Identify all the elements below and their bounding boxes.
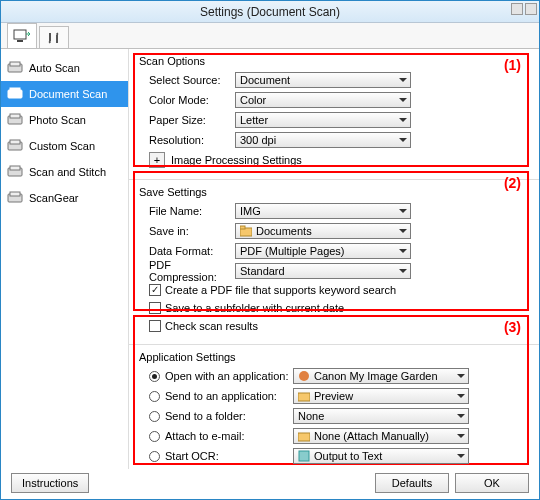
svg-rect-15 xyxy=(240,226,245,229)
attach-email-radio[interactable] xyxy=(149,431,160,442)
tab-scan-from-computer[interactable] xyxy=(7,23,37,48)
select-source-dropdown[interactable]: Document xyxy=(235,72,411,88)
sidebar-label: Photo Scan xyxy=(29,114,86,126)
open-with-app-radio[interactable] xyxy=(149,371,160,382)
keyword-search-checkbox[interactable] xyxy=(149,284,161,296)
svg-point-16 xyxy=(299,371,309,381)
folder-icon xyxy=(298,430,310,442)
sidebar-label: Scan and Stitch xyxy=(29,166,106,178)
application-settings-section: Application Settings Open with an applic… xyxy=(129,344,539,469)
app-icon xyxy=(298,450,310,462)
defaults-button[interactable]: Defaults xyxy=(375,473,449,493)
svg-rect-7 xyxy=(10,114,20,118)
radio-label: Open with an application: xyxy=(165,370,293,382)
pdf-compression-dropdown[interactable]: Standard xyxy=(235,263,411,279)
attach-email-dropdown[interactable]: None (Attach Manually) xyxy=(293,428,469,444)
sidebar-label: Auto Scan xyxy=(29,62,80,74)
tab-tools[interactable] xyxy=(39,26,69,48)
sidebar-item-auto-scan[interactable]: Auto Scan xyxy=(1,55,128,81)
svg-rect-18 xyxy=(298,433,310,441)
expand-image-processing-button[interactable]: + xyxy=(149,152,165,168)
data-format-label: Data Format: xyxy=(139,245,235,257)
select-source-label: Select Source: xyxy=(139,74,235,86)
folder-icon xyxy=(298,390,310,402)
save-settings-section: Save Settings File Name: IMG Save in: Do… xyxy=(129,179,539,344)
data-format-dropdown[interactable]: PDF (Multiple Pages) xyxy=(235,243,411,259)
checkbox-label: Check scan results xyxy=(165,320,258,332)
app-icon xyxy=(298,370,310,382)
sidebar-label: Document Scan xyxy=(29,88,107,100)
pdf-compression-label: PDF Compression: xyxy=(139,259,235,283)
scanner-document-icon xyxy=(7,87,23,101)
ok-button[interactable]: OK xyxy=(455,473,529,493)
svg-rect-5 xyxy=(10,88,20,92)
start-ocr-radio[interactable] xyxy=(149,451,160,462)
instructions-button[interactable]: Instructions xyxy=(11,473,89,493)
resolution-label: Resolution: xyxy=(139,134,235,146)
minimize-button[interactable] xyxy=(511,3,523,15)
radio-label: Start OCR: xyxy=(165,450,293,462)
image-processing-label: Image Processing Settings xyxy=(171,154,302,166)
send-to-app-radio[interactable] xyxy=(149,391,160,402)
radio-label: Send to a folder: xyxy=(165,410,293,422)
checkbox-label: Create a PDF file that supports keyword … xyxy=(165,284,396,296)
sidebar-item-document-scan[interactable]: Document Scan xyxy=(1,81,128,107)
file-name-label: File Name: xyxy=(139,205,235,217)
sidebar-item-photo-scan[interactable]: Photo Scan xyxy=(1,107,128,133)
sidebar-item-scangear[interactable]: ScanGear xyxy=(1,185,128,211)
color-mode-dropdown[interactable]: Color xyxy=(235,92,411,108)
svg-rect-19 xyxy=(299,451,309,461)
radio-label: Send to an application: xyxy=(165,390,293,402)
monitor-arrow-icon xyxy=(13,29,31,43)
scanner-auto-icon xyxy=(7,61,23,75)
footer: Instructions Defaults OK xyxy=(1,473,539,493)
color-mode-label: Color Mode: xyxy=(139,94,235,106)
svg-rect-0 xyxy=(14,30,26,39)
paper-size-dropdown[interactable]: Letter xyxy=(235,112,411,128)
svg-rect-13 xyxy=(10,192,20,196)
subfolder-date-checkbox[interactable] xyxy=(149,302,161,314)
svg-rect-9 xyxy=(10,140,20,144)
send-to-folder-dropdown[interactable]: None xyxy=(293,408,469,424)
checkbox-label: Save to a subfolder with current date xyxy=(165,302,344,314)
svg-rect-11 xyxy=(10,166,20,170)
scan-options-section: Scan Options Select Source: Document Col… xyxy=(129,49,539,179)
scanner-custom-icon xyxy=(7,139,23,153)
paper-size-label: Paper Size: xyxy=(139,114,235,126)
scanner-photo-icon xyxy=(7,113,23,127)
save-in-label: Save in: xyxy=(139,225,235,237)
send-to-app-dropdown[interactable]: Preview xyxy=(293,388,469,404)
svg-rect-3 xyxy=(10,62,20,66)
file-name-combo[interactable]: IMG xyxy=(235,203,411,219)
sidebar: Auto Scan Document Scan Photo Scan Custo… xyxy=(1,49,129,469)
radio-label: Attach to e-mail: xyxy=(165,430,293,442)
settings-dialog: Settings (Document Scan) Auto Scan Docum… xyxy=(0,0,540,500)
section-title: Save Settings xyxy=(139,186,529,198)
svg-rect-17 xyxy=(298,393,310,401)
save-in-dropdown[interactable]: Documents xyxy=(235,223,411,239)
section-title: Scan Options xyxy=(139,55,529,67)
send-to-folder-radio[interactable] xyxy=(149,411,160,422)
tab-bar xyxy=(1,23,539,49)
sidebar-label: ScanGear xyxy=(29,192,79,204)
open-with-app-dropdown[interactable]: Canon My Image Garden xyxy=(293,368,469,384)
svg-rect-1 xyxy=(17,40,23,42)
plus-icon: + xyxy=(154,154,160,166)
scanner-gear-icon xyxy=(7,191,23,205)
title-bar: Settings (Document Scan) xyxy=(1,1,539,23)
check-scan-results-checkbox[interactable] xyxy=(149,320,161,332)
section-title: Application Settings xyxy=(139,351,529,363)
tools-icon xyxy=(47,31,61,45)
sidebar-label: Custom Scan xyxy=(29,140,95,152)
close-button[interactable] xyxy=(525,3,537,15)
sidebar-item-scan-and-stitch[interactable]: Scan and Stitch xyxy=(1,159,128,185)
folder-icon xyxy=(240,225,252,237)
scanner-stitch-icon xyxy=(7,165,23,179)
window-title: Settings (Document Scan) xyxy=(200,5,340,19)
main-panel: (1) (2) (3) Scan Options Select Source: … xyxy=(129,49,539,469)
resolution-dropdown[interactable]: 300 dpi xyxy=(235,132,411,148)
sidebar-item-custom-scan[interactable]: Custom Scan xyxy=(1,133,128,159)
start-ocr-dropdown[interactable]: Output to Text xyxy=(293,448,469,464)
